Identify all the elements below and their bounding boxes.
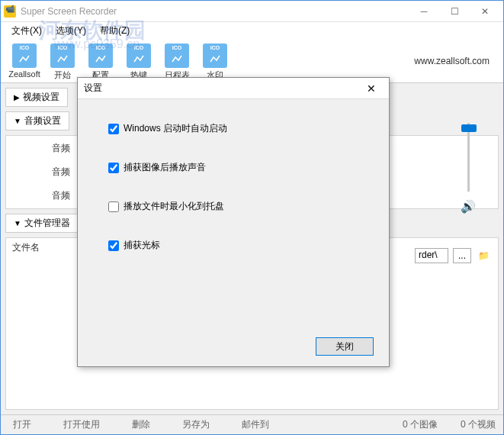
chevron-right-icon: ▶ (14, 93, 20, 102)
status-open-use[interactable]: 打开使用 (59, 417, 104, 433)
checkbox-minimize[interactable] (108, 201, 119, 212)
path-field[interactable]: rder\ (415, 248, 448, 263)
menubar: 文件(X) 选项(Y) 帮助(Z) (1, 22, 503, 39)
app-icon (4, 5, 16, 18)
audio-label-3: 音频 (17, 189, 70, 202)
checkbox-autostart[interactable] (108, 124, 119, 134)
vendor-url[interactable]: www.zeallsoft.com (414, 56, 490, 66)
chevron-down-icon: ▼ (14, 117, 21, 125)
status-image-count: 0 个图像 (403, 418, 438, 431)
option-sound[interactable]: 捕获图像后播放声音 (108, 161, 358, 174)
volume-slider[interactable] (457, 123, 480, 192)
open-folder-icon[interactable]: 📁 (476, 248, 491, 263)
status-open[interactable]: 打开 (8, 417, 36, 433)
status-mail[interactable]: 邮件到 (237, 417, 274, 433)
status-save-as[interactable]: 另存为 (178, 417, 214, 433)
dialog-title: 设置 (84, 82, 360, 95)
toolbar-start[interactable]: 开始 (45, 42, 80, 82)
audio-label-2: 音频 (17, 166, 70, 179)
section-files-toggle[interactable]: ▼文件管理器 (5, 214, 79, 233)
dialog-close-icon[interactable]: ✕ (360, 79, 383, 98)
checkbox-cursor[interactable] (108, 240, 119, 251)
dialog-close-button[interactable]: 关闭 (316, 337, 374, 356)
menu-file[interactable]: 文件(X) (5, 23, 48, 39)
status-video-count: 0 个视频 (461, 418, 496, 431)
menu-options[interactable]: 选项(Y) (50, 23, 92, 39)
titlebar: Super Screen Recorder ─ ☐ ✕ (1, 1, 503, 22)
checkbox-sound[interactable] (108, 163, 119, 173)
status-delete[interactable]: 删除 (127, 417, 155, 433)
toolbar-zeallsoft[interactable]: Zeallsoft (7, 42, 42, 80)
window-title: Super Screen Recorder (21, 6, 409, 17)
statusbar: 打开 打开使用 删除 另存为 邮件到 0 个图像 0 个视频 (1, 414, 503, 434)
minimize-button[interactable]: ─ (409, 2, 439, 21)
maximize-button[interactable]: ☐ (439, 2, 470, 21)
option-minimize[interactable]: 播放文件时最小化到托盘 (108, 200, 358, 213)
section-video-toggle[interactable]: ▶视频设置 (5, 88, 68, 107)
chevron-down-icon: ▼ (14, 219, 21, 227)
close-button[interactable]: ✕ (470, 2, 500, 21)
settings-dialog: 设置 ✕ Windows 启动时自动启动 捕获图像后播放声音 播放文件时最小化到… (77, 77, 390, 367)
speaker-icon[interactable]: 🔊 (461, 199, 476, 214)
option-cursor[interactable]: 捕获光标 (108, 239, 358, 252)
browse-button[interactable]: ... (453, 248, 471, 263)
option-autostart[interactable]: Windows 启动时自动启动 (108, 122, 358, 135)
section-audio-toggle[interactable]: ▼音频设置 (5, 111, 69, 130)
audio-label-1: 音频 (17, 142, 70, 155)
menu-help[interactable]: 帮助(Z) (94, 23, 136, 39)
